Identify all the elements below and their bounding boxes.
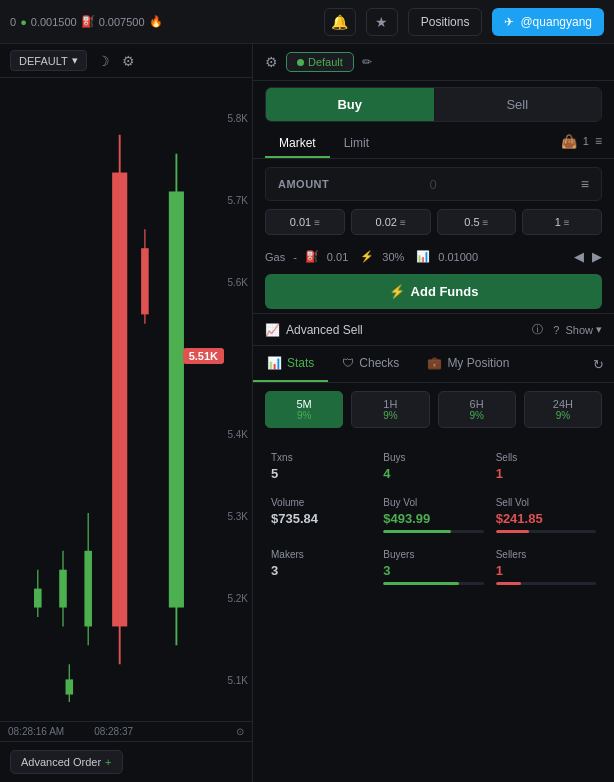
amount-value: 0: [429, 177, 580, 192]
stats-grid: Txns 5 Buys 4 Sells 1 Volume $735.84 Buy…: [253, 436, 614, 601]
telegram-icon: ✈: [504, 15, 514, 29]
limit-tab[interactable]: Limit: [330, 130, 383, 158]
chart-toolbar: DEFAULT ▾ ☽ ⚙: [0, 44, 252, 78]
positions-button[interactable]: Positions: [408, 8, 483, 36]
stats-tab[interactable]: 📊 Stats: [253, 346, 328, 382]
market-tab[interactable]: Market: [265, 130, 330, 158]
quick-label: 0.01: [290, 216, 311, 228]
stat-gas-value: 0.001500: [31, 16, 77, 28]
buy-tab[interactable]: Buy: [266, 88, 434, 121]
sellvol-value: $241.85: [496, 511, 596, 526]
sell-label: Sell: [506, 97, 528, 112]
lightning-icon: ⚡: [389, 284, 405, 299]
txns-cell: Txns 5: [265, 444, 377, 489]
price-label: 5.3K: [227, 511, 248, 522]
bar-chart-icon: 📊: [267, 356, 282, 370]
txns-value: 5: [271, 466, 371, 481]
show-button[interactable]: Show ▾: [565, 323, 602, 336]
clock-icon[interactable]: ⊙: [236, 726, 244, 737]
chart-area: 5.8K 5.7K 5.6K 5.4K 5.3K 5.2K 5.1K: [0, 78, 252, 721]
quick-icon: ≡: [564, 217, 570, 228]
my-position-label: My Position: [447, 356, 509, 370]
svg-rect-1: [34, 589, 42, 608]
edit-icon[interactable]: ✏: [362, 55, 372, 69]
chart-line-icon: 📈: [265, 323, 280, 337]
svg-rect-11: [169, 191, 184, 607]
gas-arrow-right[interactable]: ▶: [592, 249, 602, 264]
sell-tab[interactable]: Sell: [434, 88, 602, 121]
svg-rect-7: [112, 173, 127, 627]
refresh-icon[interactable]: ↻: [593, 357, 604, 372]
market-label: Market: [279, 136, 316, 150]
preset-badge[interactable]: Default: [286, 52, 354, 72]
svg-rect-9: [141, 248, 149, 314]
gas-val1: 0.01: [327, 251, 348, 263]
checks-tab-label: Checks: [359, 356, 399, 370]
help-icon[interactable]: ?: [553, 324, 559, 336]
sells-cell: Sells 1: [490, 444, 602, 489]
moon-button[interactable]: ☽: [95, 51, 112, 71]
quick-btn-05[interactable]: 0.5 ≡: [437, 209, 517, 235]
quick-amounts: 0.01 ≡ 0.02 ≡ 0.5 ≡ 1 ≡: [253, 201, 614, 243]
quick-label: 1: [555, 216, 561, 228]
gas-arrow-left[interactable]: ◀: [574, 249, 584, 264]
telegram-label: @quangyang: [520, 15, 592, 29]
time-btn-5m[interactable]: 5M9%: [265, 391, 343, 428]
makers-label: Makers: [271, 549, 371, 560]
wallet2-icon: 💼: [427, 356, 442, 370]
price-label: 5.6K: [227, 277, 248, 288]
time-btn-6h[interactable]: 6H9%: [438, 391, 516, 428]
quick-btn-1[interactable]: 1 ≡: [522, 209, 602, 235]
gas-label: Gas: [265, 251, 285, 263]
advanced-order-button[interactable]: Advanced Order +: [10, 750, 123, 774]
svg-rect-3: [59, 570, 67, 608]
buys-value: 4: [383, 466, 483, 481]
info-icon[interactable]: ⓘ: [532, 322, 543, 337]
settings-button[interactable]: ⚙: [120, 51, 137, 71]
candle-chart: [0, 78, 252, 721]
time-btn-1h[interactable]: 1H9%: [351, 391, 429, 428]
settings-icon: ⚙: [265, 54, 278, 70]
add-funds-label: Add Funds: [411, 284, 479, 299]
gas-pump-icon: ⛽: [81, 15, 95, 28]
amount-menu-icon[interactable]: ≡: [581, 176, 589, 192]
left-panel: DEFAULT ▾ ☽ ⚙ 5.8K 5.7K 5.6K 5.4K 5.3K 5…: [0, 44, 253, 782]
main-layout: DEFAULT ▾ ☽ ⚙ 5.8K 5.7K 5.6K 5.4K 5.3K 5…: [0, 44, 614, 782]
txns-label: Txns: [271, 452, 371, 463]
svg-rect-13: [66, 679, 74, 694]
bell-button[interactable]: 🔔: [324, 8, 356, 36]
gas-row: Gas - ⛽ 0.01 ⚡ 30% 📊 0.01000 ◀ ▶: [253, 243, 614, 270]
advanced-order-label: Advanced Order: [21, 756, 101, 768]
add-funds-button[interactable]: ⚡ Add Funds: [265, 274, 602, 309]
buyvol-bar: [383, 530, 483, 533]
quick-label: 0.5: [464, 216, 479, 228]
order-right: 👜 1 ≡: [561, 134, 602, 155]
time-labels: 08:28:16 AM 08:28:37 ⊙: [0, 721, 252, 741]
amount-row: AMOUNT 0 ≡: [265, 167, 602, 201]
sellers-cell: Sellers 1: [490, 541, 602, 593]
my-position-tab[interactable]: 💼 My Position: [413, 346, 523, 382]
checks-tab[interactable]: 🛡 Checks: [328, 346, 413, 382]
sellers-bar: [496, 582, 596, 585]
quick-btn-002[interactable]: 0.02 ≡: [351, 209, 431, 235]
buyvol-bar-fill: [383, 530, 450, 533]
buyers-value: 3: [383, 563, 483, 578]
plus-icon: +: [105, 756, 111, 768]
star-button[interactable]: ★: [366, 8, 398, 36]
advanced-order-bar: Advanced Order +: [0, 741, 252, 782]
quick-btn-001[interactable]: 0.01 ≡: [265, 209, 345, 235]
telegram-button[interactable]: ✈ @quangyang: [492, 8, 604, 36]
price-label: 5.2K: [227, 593, 248, 604]
power-icon: 📊: [416, 250, 430, 263]
advanced-sell-label: Advanced Sell: [286, 323, 526, 337]
coin-icon: ●: [20, 16, 27, 28]
sellers-value: 1: [496, 563, 596, 578]
sellers-bar-fill: [496, 582, 521, 585]
chart-dropdown[interactable]: DEFAULT ▾: [10, 50, 87, 71]
time-btn-24h[interactable]: 24H9%: [524, 391, 602, 428]
buyvol-cell: Buy Vol $493.99: [377, 489, 489, 541]
order-type-bar: Market Limit 👜 1 ≡: [253, 122, 614, 159]
advanced-sell-row: 📈 Advanced Sell ⓘ ? Show ▾: [253, 313, 614, 345]
sellers-label: Sellers: [496, 549, 596, 560]
right-panel: ⚙ Default ✏ Buy Sell Market Limit: [253, 44, 614, 782]
